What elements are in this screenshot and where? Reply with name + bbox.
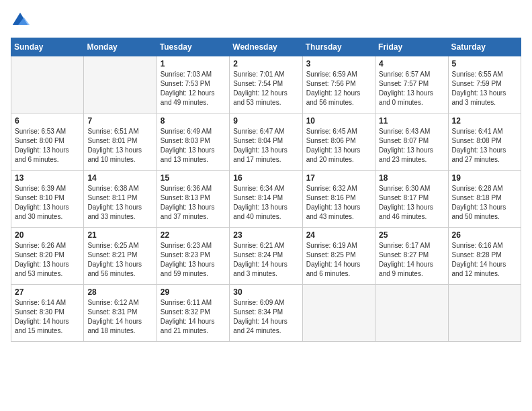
calendar-week-row: 1Sunrise: 7:03 AM Sunset: 7:53 PM Daylig… [11, 56, 521, 113]
day-number: 10 [306, 116, 371, 126]
day-info: Sunrise: 7:01 AM Sunset: 7:54 PM Dayligh… [233, 70, 298, 107]
calendar-cell: 7Sunrise: 6:51 AM Sunset: 8:01 PM Daylig… [84, 113, 157, 171]
calendar-cell: 18Sunrise: 6:30 AM Sunset: 8:17 PM Dayli… [375, 171, 448, 228]
calendar-cell: 26Sunrise: 6:16 AM Sunset: 8:28 PM Dayli… [448, 228, 521, 285]
calendar-cell: 23Sunrise: 6:21 AM Sunset: 8:24 PM Dayli… [230, 228, 302, 285]
calendar-cell [84, 56, 157, 113]
calendar-cell: 11Sunrise: 6:43 AM Sunset: 8:07 PM Dayli… [375, 113, 448, 171]
day-info: Sunrise: 6:49 AM Sunset: 8:03 PM Dayligh… [161, 127, 226, 165]
day-number: 2 [233, 59, 298, 68]
day-number: 3 [306, 59, 371, 68]
calendar-cell [11, 56, 84, 113]
day-info: Sunrise: 6:17 AM Sunset: 8:27 PM Dayligh… [379, 241, 444, 279]
day-number: 23 [233, 230, 298, 240]
day-info: Sunrise: 6:38 AM Sunset: 8:11 PM Dayligh… [87, 184, 152, 222]
day-number: 13 [15, 173, 80, 183]
day-number: 8 [161, 116, 226, 126]
calendar-cell: 19Sunrise: 6:28 AM Sunset: 8:18 PM Dayli… [448, 171, 521, 228]
day-info: Sunrise: 6:57 AM Sunset: 7:57 PM Dayligh… [379, 70, 444, 107]
day-number: 14 [87, 173, 152, 183]
day-info: Sunrise: 6:12 AM Sunset: 8:31 PM Dayligh… [87, 298, 152, 336]
day-info: Sunrise: 6:09 AM Sunset: 8:34 PM Dayligh… [233, 298, 298, 336]
day-number: 28 [87, 287, 152, 297]
day-number: 5 [452, 59, 517, 68]
day-info: Sunrise: 6:45 AM Sunset: 8:06 PM Dayligh… [306, 127, 371, 165]
calendar-cell: 24Sunrise: 6:19 AM Sunset: 8:25 PM Dayli… [302, 228, 375, 285]
day-number: 1 [161, 59, 226, 68]
calendar-cell: 15Sunrise: 6:36 AM Sunset: 8:13 PM Dayli… [157, 171, 229, 228]
day-number: 16 [233, 173, 298, 183]
weekday-header: Thursday [302, 38, 375, 56]
day-info: Sunrise: 6:25 AM Sunset: 8:21 PM Dayligh… [87, 241, 152, 279]
calendar-cell: 12Sunrise: 6:41 AM Sunset: 8:08 PM Dayli… [448, 113, 521, 171]
day-info: Sunrise: 6:51 AM Sunset: 8:01 PM Dayligh… [87, 127, 152, 165]
calendar-cell: 3Sunrise: 6:59 AM Sunset: 7:56 PM Daylig… [302, 56, 375, 113]
day-info: Sunrise: 6:32 AM Sunset: 8:16 PM Dayligh… [306, 184, 371, 222]
weekday-header: Tuesday [157, 38, 229, 56]
day-info: Sunrise: 6:34 AM Sunset: 8:14 PM Dayligh… [233, 184, 298, 222]
day-info: Sunrise: 6:41 AM Sunset: 8:08 PM Dayligh… [452, 127, 517, 165]
day-number: 21 [87, 230, 152, 240]
calendar-cell: 9Sunrise: 6:47 AM Sunset: 8:04 PM Daylig… [230, 113, 302, 171]
day-number: 22 [161, 230, 226, 240]
calendar-cell: 13Sunrise: 6:39 AM Sunset: 8:10 PM Dayli… [11, 171, 84, 228]
day-number: 12 [452, 116, 517, 126]
day-number: 7 [87, 116, 152, 126]
calendar-cell: 4Sunrise: 6:57 AM Sunset: 7:57 PM Daylig… [375, 56, 448, 113]
weekday-header: Sunday [11, 38, 84, 56]
day-info: Sunrise: 6:43 AM Sunset: 8:07 PM Dayligh… [379, 127, 444, 165]
calendar-cell: 14Sunrise: 6:38 AM Sunset: 8:11 PM Dayli… [84, 171, 157, 228]
day-info: Sunrise: 6:39 AM Sunset: 8:10 PM Dayligh… [15, 184, 80, 222]
day-number: 17 [306, 173, 371, 183]
calendar-cell: 8Sunrise: 6:49 AM Sunset: 8:03 PM Daylig… [157, 113, 229, 171]
day-info: Sunrise: 6:28 AM Sunset: 8:18 PM Dayligh… [452, 184, 517, 222]
day-info: Sunrise: 7:03 AM Sunset: 7:53 PM Dayligh… [161, 70, 226, 107]
calendar-cell: 16Sunrise: 6:34 AM Sunset: 8:14 PM Dayli… [230, 171, 302, 228]
calendar-cell: 1Sunrise: 7:03 AM Sunset: 7:53 PM Daylig… [157, 56, 229, 113]
calendar-cell: 17Sunrise: 6:32 AM Sunset: 8:16 PM Dayli… [302, 171, 375, 228]
day-info: Sunrise: 6:47 AM Sunset: 8:04 PM Dayligh… [233, 127, 298, 165]
day-number: 9 [233, 116, 298, 126]
calendar-cell: 28Sunrise: 6:12 AM Sunset: 8:31 PM Dayli… [84, 285, 157, 342]
day-number: 4 [379, 59, 444, 68]
calendar-cell: 20Sunrise: 6:26 AM Sunset: 8:20 PM Dayli… [11, 228, 84, 285]
calendar-cell: 10Sunrise: 6:45 AM Sunset: 8:06 PM Dayli… [302, 113, 375, 171]
day-number: 27 [15, 287, 80, 297]
page-header [11, 11, 521, 30]
calendar-cell: 21Sunrise: 6:25 AM Sunset: 8:21 PM Dayli… [84, 228, 157, 285]
calendar-header-row: SundayMondayTuesdayWednesdayThursdayFrid… [11, 38, 521, 56]
calendar-week-row: 13Sunrise: 6:39 AM Sunset: 8:10 PM Dayli… [11, 171, 521, 228]
calendar-cell: 27Sunrise: 6:14 AM Sunset: 8:30 PM Dayli… [11, 285, 84, 342]
day-number: 18 [379, 173, 444, 183]
day-info: Sunrise: 6:23 AM Sunset: 8:23 PM Dayligh… [161, 241, 226, 279]
calendar-table: SundayMondayTuesdayWednesdayThursdayFrid… [11, 38, 521, 342]
day-info: Sunrise: 6:30 AM Sunset: 8:17 PM Dayligh… [379, 184, 444, 222]
day-number: 26 [452, 230, 517, 240]
day-number: 29 [161, 287, 226, 297]
day-number: 19 [452, 173, 517, 183]
weekday-header: Wednesday [230, 38, 302, 56]
day-number: 6 [15, 116, 80, 126]
weekday-header: Friday [375, 38, 448, 56]
day-info: Sunrise: 6:21 AM Sunset: 8:24 PM Dayligh… [233, 241, 298, 279]
calendar-week-row: 20Sunrise: 6:26 AM Sunset: 8:20 PM Dayli… [11, 228, 521, 285]
calendar-cell: 29Sunrise: 6:11 AM Sunset: 8:32 PM Dayli… [157, 285, 229, 342]
calendar-cell [302, 285, 375, 342]
calendar-cell: 5Sunrise: 6:55 AM Sunset: 7:59 PM Daylig… [448, 56, 521, 113]
day-info: Sunrise: 6:26 AM Sunset: 8:20 PM Dayligh… [15, 241, 80, 279]
day-number: 25 [379, 230, 444, 240]
day-info: Sunrise: 6:14 AM Sunset: 8:30 PM Dayligh… [15, 298, 80, 336]
day-info: Sunrise: 6:36 AM Sunset: 8:13 PM Dayligh… [161, 184, 226, 222]
weekday-header: Saturday [448, 38, 521, 56]
calendar-cell: 6Sunrise: 6:53 AM Sunset: 8:00 PM Daylig… [11, 113, 84, 171]
calendar-week-row: 6Sunrise: 6:53 AM Sunset: 8:00 PM Daylig… [11, 113, 521, 171]
day-info: Sunrise: 6:59 AM Sunset: 7:56 PM Dayligh… [306, 70, 371, 107]
calendar-cell: 2Sunrise: 7:01 AM Sunset: 7:54 PM Daylig… [230, 56, 302, 113]
calendar-cell [375, 285, 448, 342]
day-number: 20 [15, 230, 80, 240]
day-info: Sunrise: 6:16 AM Sunset: 8:28 PM Dayligh… [452, 241, 517, 279]
day-number: 30 [233, 287, 298, 297]
logo [11, 11, 32, 30]
calendar-week-row: 27Sunrise: 6:14 AM Sunset: 8:30 PM Dayli… [11, 285, 521, 342]
logo-icon [11, 11, 30, 30]
